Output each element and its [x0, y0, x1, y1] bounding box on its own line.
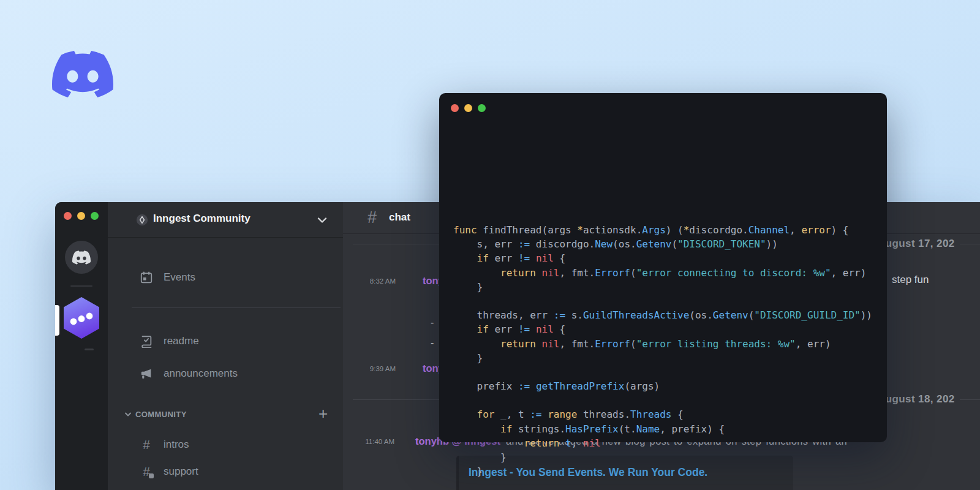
create-channel-button[interactable]: +: [318, 404, 328, 423]
channel-sidebar: Inngest Community Events: [108, 202, 343, 490]
discord-home-icon: [72, 251, 91, 265]
megaphone-icon: [139, 366, 154, 381]
discord-home-button[interactable]: [65, 241, 98, 274]
list-bullet: -: [431, 337, 434, 349]
code-editor-window: func findThread(args *actionsdk.Args) (*…: [439, 93, 887, 442]
rules-book-icon: [139, 334, 154, 349]
server-badge-icon: [136, 214, 148, 226]
channel-label: Events: [164, 271, 195, 284]
message-timestamp: 8:32 AM: [359, 277, 396, 287]
sidebar-item-events[interactable]: Events: [130, 268, 332, 287]
minimize-window-button[interactable]: [464, 104, 472, 112]
hash-icon: #: [139, 437, 154, 452]
calendar-icon: [139, 270, 154, 285]
channel-label: intros: [164, 439, 189, 451]
discord-logo: [52, 50, 113, 98]
minimize-window-button[interactable]: [77, 212, 85, 220]
sidebar-item-announcements[interactable]: announcements: [130, 364, 332, 383]
close-window-button[interactable]: [64, 212, 72, 220]
server-name: Inngest Community: [153, 213, 251, 225]
inngest-hexagon-icon: [62, 296, 100, 339]
message-text-fragment: step fun: [892, 274, 929, 286]
code-block: func findThread(args *actionsdk.Args) (*…: [453, 223, 872, 490]
rail-dash: [85, 349, 94, 350]
channel-label: readme: [164, 335, 199, 347]
zoom-window-button[interactable]: [91, 212, 99, 220]
list-bullet: -: [431, 317, 434, 328]
chevron-down-icon: [125, 412, 131, 417]
channel-label: support: [164, 466, 198, 478]
sidebar-divider: [132, 307, 341, 308]
close-window-button[interactable]: [451, 104, 459, 112]
sidebar-section-community[interactable]: COMMUNITY: [125, 407, 333, 421]
inngest-server-button[interactable]: [62, 296, 100, 339]
message-timestamp: 11:40 AM: [358, 438, 394, 447]
chevron-down-icon[interactable]: [317, 217, 327, 224]
rail-divider: [70, 285, 92, 287]
hash-badge-icon: #: [139, 464, 154, 479]
server-header[interactable]: Inngest Community: [108, 202, 343, 238]
server-rail: [55, 202, 108, 490]
channel-label: announcements: [164, 368, 238, 380]
sidebar-item-readme[interactable]: readme: [130, 332, 332, 350]
sidebar-item-support[interactable]: # support: [130, 462, 332, 481]
section-label: COMMUNITY: [135, 410, 187, 419]
zoom-window-button[interactable]: [478, 104, 486, 112]
channel-title: chat: [389, 211, 410, 224]
sidebar-item-intros[interactable]: # intros: [130, 435, 332, 454]
hash-icon: #: [368, 208, 377, 227]
selected-server-pill: [55, 305, 59, 336]
message-timestamp: 9:39 AM: [359, 365, 396, 374]
